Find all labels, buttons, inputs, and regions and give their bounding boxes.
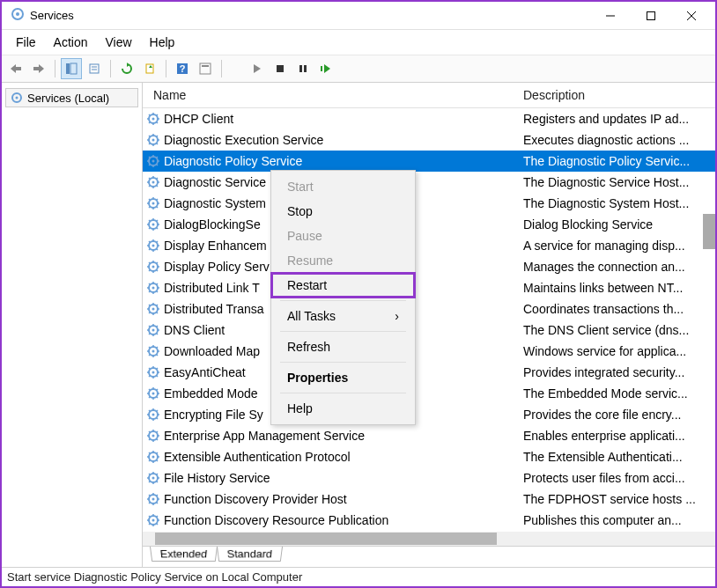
service-name-cell: Enterprise App Management Service <box>143 429 513 443</box>
tab-extended[interactable]: Extended <box>150 547 218 562</box>
vertical-scrollbar-thumb[interactable] <box>703 214 715 249</box>
maximize-button[interactable] <box>631 3 671 29</box>
service-name-cell: Diagnostic Execution Service <box>143 133 513 147</box>
svg-rect-10 <box>90 64 99 73</box>
svg-rect-20 <box>304 65 307 72</box>
cm-restart[interactable]: Restart <box>271 273 415 298</box>
column-header-description[interactable]: Description <box>513 83 715 107</box>
forward-button[interactable] <box>28 58 49 79</box>
service-desc-cell: Coordinates transactions th... <box>513 302 715 316</box>
service-name-text: DialogBlockingSe <box>164 217 261 232</box>
svg-point-37 <box>152 245 155 247</box>
horizontal-scrollbar-thumb[interactable] <box>155 533 497 545</box>
chevron-right-icon: › <box>395 309 399 323</box>
service-row[interactable]: DHCP ClientRegisters and updates IP ad..… <box>143 108 715 129</box>
service-name-cell: DHCP Client <box>143 112 513 126</box>
stop-service-button[interactable] <box>270 58 291 79</box>
svg-point-51 <box>152 393 155 395</box>
service-desc-cell: Registers and updates IP ad... <box>513 112 715 126</box>
cm-help[interactable]: Help <box>271 396 415 421</box>
service-row[interactable]: Display EnhancemA service for managing d… <box>143 235 715 256</box>
gear-icon <box>146 429 160 443</box>
menu-file[interactable]: File <box>7 32 45 53</box>
service-row[interactable]: Extensible Authentication ProtocolThe Ex… <box>143 446 715 467</box>
service-row[interactable]: Encrypting File SyProvides the core file… <box>143 404 715 425</box>
svg-point-33 <box>152 202 155 205</box>
svg-rect-21 <box>321 66 322 71</box>
help-button[interactable]: ? <box>172 58 193 79</box>
tree-node-services-local[interactable]: Services (Local) <box>5 88 138 107</box>
service-row[interactable]: DialogBlockingSeDialog Blocking Service <box>143 214 715 235</box>
svg-point-53 <box>152 414 155 416</box>
svg-point-27 <box>152 139 155 142</box>
cm-refresh[interactable]: Refresh <box>271 334 415 359</box>
svg-point-41 <box>152 287 155 290</box>
service-row[interactable]: Display Policy ServManages the connectio… <box>143 256 715 277</box>
svg-point-45 <box>152 329 155 332</box>
svg-point-1 <box>16 12 19 16</box>
start-service-button[interactable] <box>247 58 268 79</box>
horizontal-scrollbar[interactable] <box>143 532 715 546</box>
service-name-text: Function Discovery Resource Publication <box>164 513 388 527</box>
service-name-text: Downloaded Map <box>164 344 260 358</box>
service-row[interactable]: Diagnostic ServiceThe Diagnostic Service… <box>143 172 715 193</box>
service-desc-cell: The FDPHOST service hosts ... <box>513 492 715 506</box>
window-title: Services <box>30 9 590 22</box>
service-name-text: DHCP Client <box>164 112 233 126</box>
column-header-name[interactable]: Name <box>143 83 513 107</box>
service-desc-cell: Maintains links between NT... <box>513 281 715 295</box>
service-row[interactable]: Diagnostic SystemThe Diagnostic System H… <box>143 193 715 214</box>
gear-icon <box>146 281 160 295</box>
minimize-button[interactable] <box>590 3 631 29</box>
close-button[interactable] <box>671 3 712 29</box>
service-desc-cell: Windows service for applica... <box>513 344 715 358</box>
service-row[interactable]: Diagnostic Policy ServiceThe Diagnostic … <box>143 151 715 172</box>
titlebar: Services <box>2 2 715 30</box>
svg-rect-6 <box>15 67 21 70</box>
gear-icon <box>146 260 160 274</box>
service-name-text: Encrypting File Sy <box>164 408 263 422</box>
svg-rect-17 <box>202 65 209 67</box>
service-row[interactable]: DNS ClientThe DNS Client service (dns... <box>143 320 715 341</box>
service-name-cell: File History Service <box>143 471 513 485</box>
service-desc-cell: The Diagnostic Policy Servic... <box>513 154 715 168</box>
service-row[interactable]: Distributed Link TMaintains links betwee… <box>143 277 715 298</box>
service-desc-cell: Executes diagnostic actions ... <box>513 133 715 147</box>
svg-point-47 <box>152 350 155 353</box>
service-row[interactable]: Function Discovery Provider HostThe FDPH… <box>143 489 715 510</box>
svg-point-29 <box>152 160 155 163</box>
gear-icon <box>146 408 160 422</box>
menu-view[interactable]: View <box>96 32 140 53</box>
service-desc-cell: The DNS Client service (dns... <box>513 323 715 337</box>
restart-service-button[interactable] <box>315 58 336 79</box>
console-tree-pane: Services (Local) <box>2 83 143 567</box>
svg-rect-19 <box>299 65 302 72</box>
back-button[interactable] <box>5 58 26 79</box>
service-row[interactable]: Downloaded MapWindows service for applic… <box>143 341 715 362</box>
properties-button[interactable] <box>195 58 216 79</box>
menubar: File Action View Help <box>2 30 715 55</box>
service-row[interactable]: Embedded ModeThe Embedded Mode servic... <box>143 383 715 404</box>
cm-properties[interactable]: Properties <box>271 365 415 390</box>
export-list-button[interactable] <box>84 58 105 79</box>
svg-rect-3 <box>647 11 655 19</box>
cm-all-tasks[interactable]: All Tasks › <box>271 304 415 328</box>
service-name-text: Distributed Transa <box>164 302 264 316</box>
service-row[interactable]: EasyAntiCheatProvides integrated securit… <box>143 362 715 383</box>
service-name-text: EasyAntiCheat <box>164 365 246 379</box>
service-row[interactable]: Distributed TransaCoordinates transactio… <box>143 298 715 320</box>
export-button[interactable] <box>139 58 160 79</box>
menu-action[interactable]: Action <box>45 32 97 53</box>
tab-standard[interactable]: Standard <box>217 547 283 562</box>
show-hide-tree-button[interactable] <box>61 58 82 79</box>
refresh-button[interactable] <box>116 58 137 79</box>
service-row[interactable]: Diagnostic Execution ServiceExecutes dia… <box>143 129 715 151</box>
menu-help[interactable]: Help <box>141 32 184 53</box>
cm-stop[interactable]: Stop <box>271 199 415 224</box>
svg-rect-7 <box>33 67 40 70</box>
pause-service-button[interactable] <box>292 58 314 79</box>
service-list[interactable]: DHCP ClientRegisters and updates IP ad..… <box>143 108 715 532</box>
service-row[interactable]: File History ServiceProtects user files … <box>143 467 715 489</box>
service-row[interactable]: Enterprise App Management ServiceEnables… <box>143 425 715 446</box>
service-row[interactable]: Function Discovery Resource PublicationP… <box>143 510 715 531</box>
